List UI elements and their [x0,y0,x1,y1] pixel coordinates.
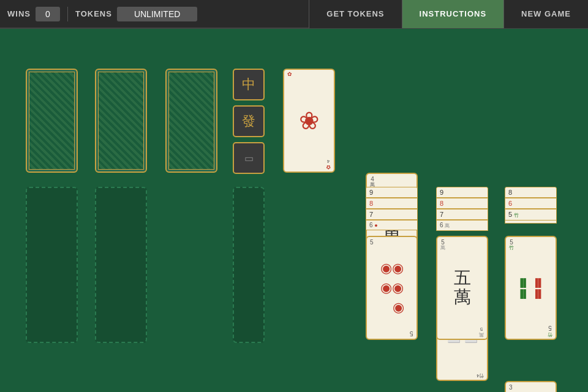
card-flower-tl: ✿ [287,72,292,78]
card-back-pattern-2 [98,72,144,170]
card-five-circles-br: 5 [410,330,413,337]
card-back-2[interactable] [95,69,147,173]
card-five-wan-bottom[interactable]: 5 萬 五萬 萬 5 [436,236,488,340]
card-back-1[interactable] [26,69,78,173]
tile-fa-button[interactable]: 發 [233,105,265,137]
tile-fa-text: 發 [242,112,255,130]
wins-label: WINS [7,9,31,18]
empty-slot-1 [26,187,78,343]
tile-bai-text: ▭ [244,153,254,164]
card-five-circles-tl: 5 [370,239,374,246]
card-three-circles[interactable]: 3 ● ◉ ◉ ◉ ● 3 [505,381,557,392]
card-three-circles-tl: 3 ● [509,384,513,392]
card-flower-center: ❀ [284,70,334,172]
card-back-3[interactable] [165,69,217,173]
tile-bai-button[interactable]: ▭ [233,142,265,174]
empty-slot-3 [233,187,265,343]
card-five-bamboo-br: 竹 5 [548,325,552,337]
stack-eight-bamboo: 5 竹 ▐▌ ▐▌ ▐▌ ▐▌ 竹 5 8 6 5 竹 [505,187,557,346]
wins-value: 0 [36,7,60,21]
get-tokens-button[interactable]: GET TOKENS [309,0,401,28]
card-five-circles-bottom[interactable]: 5 ◉◉ ◉◉ ◉ 5 [366,236,418,340]
card-four-wan-tl: 4 萬 [370,176,375,188]
tile-zhong-button[interactable]: 中 [233,69,265,100]
tile-zhong-text: 中 [242,75,255,94]
card-five-bamboo-bottom[interactable]: 5 竹 ▐▌ ▐▌ ▐▌ ▐▌ 竹 5 [505,236,557,340]
tokens-section: TOKENS UNLIMITED [67,7,205,21]
card-five-bamboo-tl: 5 竹 [509,239,514,251]
stack-circles: 5 ◉◉ ◉◉ ◉ 5 9 8 7 6 ● [366,187,418,346]
new-game-button[interactable]: NEW GAME [503,0,588,28]
card-back-pattern-1 [29,72,75,170]
card-back-pattern-3 [168,72,214,170]
card-three-circles-center: ◉ ◉ ◉ [506,382,556,392]
topbar: WINS 0 TOKENS UNLIMITED GET TOKENS INSTR… [0,0,588,29]
card-five-wan-tl: 5 萬 [440,239,445,251]
tokens-value: UNLIMITED [117,7,197,21]
wins-section: WINS 0 [0,7,67,21]
empty-slot-2 [95,187,147,343]
card-flower-br: ✿ 4 [326,158,331,170]
card-four-bamboo-br: 竹4 [477,372,484,378]
card-five-bamboo-center: ▐▌ ▐▌ ▐▌ ▐▌ [506,237,556,339]
card-five-wan-br: 萬 5 [479,326,484,337]
card-five-wan-center: 五萬 [437,237,487,339]
game-area: 中 發 ▭ ✿ ❀ ✿ 4 4 萬 四萬 4 萬 [0,29,588,392]
tokens-label: TOKENS [75,9,112,18]
instructions-button[interactable]: INSTRUCTIONS [402,0,504,28]
card-five-circles-center: ◉◉ ◉◉ ◉ [367,237,417,339]
card-flower[interactable]: ✿ ❀ ✿ 4 [283,69,335,173]
stack-five-wan: 5 萬 五萬 萬 5 9 8 7 6 萬 [436,187,488,346]
